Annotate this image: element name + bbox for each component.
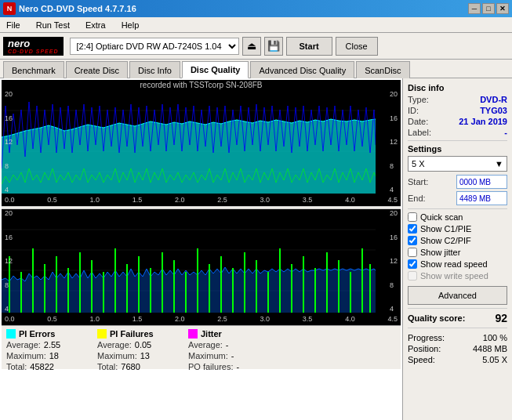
- chart2-y-axis-left: 20 16 12 8 4: [5, 209, 13, 313]
- pi-failures-total-label: Total:: [97, 362, 118, 371]
- menu-file[interactable]: File: [3, 19, 24, 31]
- position-label: Position:: [408, 344, 441, 353]
- end-input[interactable]: [456, 191, 507, 205]
- menu-extra[interactable]: Extra: [82, 19, 109, 31]
- advanced-button[interactable]: Advanced: [408, 286, 507, 305]
- bottom-chart: 20 16 12 8 4 20 16 12 8 4 0.00.51.01.52.…: [2, 209, 401, 325]
- progress-value: 100 %: [483, 333, 507, 342]
- menu-bar: File Run Test Extra Help: [0, 17, 512, 33]
- eject-button[interactable]: ⏏: [242, 37, 261, 56]
- show-read-speed-row: Show read speed: [408, 259, 507, 269]
- quick-scan-row: Quick scan: [408, 212, 507, 222]
- pi-failures-total-value: 7680: [121, 362, 148, 371]
- tab-scan-disc[interactable]: ScanDisc: [356, 61, 409, 78]
- type-value: DVD-R: [480, 95, 507, 104]
- show-c2-row: Show C2/PIF: [408, 236, 507, 245]
- separator3: [408, 308, 507, 309]
- show-write-speed-label: Show write speed: [420, 271, 488, 281]
- top-chart-svg: [2, 90, 376, 194]
- jitter-legend: Jitter Average: - Maximum: - PO failures…: [188, 329, 267, 371]
- jitter-max-value: -: [231, 351, 259, 360]
- show-jitter-label: Show jitter: [420, 248, 460, 257]
- id-row: ID: TYG03: [408, 106, 507, 115]
- start-button[interactable]: Start: [286, 37, 332, 56]
- jitter-max-label: Maximum:: [188, 351, 228, 360]
- separator1: [408, 140, 507, 141]
- pi-errors-color: [6, 329, 16, 339]
- end-label: End:: [408, 194, 426, 203]
- pi-failures-label: PI Failures: [110, 329, 154, 339]
- quick-scan-checkbox[interactable]: [408, 212, 417, 222]
- separator4: [408, 328, 507, 328]
- show-jitter-row: Show jitter: [408, 248, 507, 257]
- speed-value: 5.05 X: [482, 355, 507, 364]
- app-icon: N: [3, 2, 16, 15]
- label-label: Label:: [408, 128, 431, 137]
- jitter-color: [188, 329, 198, 339]
- jitter-avg-value: -: [226, 340, 253, 349]
- quality-score-value: 92: [495, 312, 507, 324]
- quality-score-row: Quality score: 92: [408, 312, 507, 324]
- right-panel: Disc info Type: DVD-R ID: TYG03 Date: 21…: [402, 78, 512, 420]
- start-label: Start:: [408, 177, 428, 186]
- title-bar: N Nero CD-DVD Speed 4.7.7.16 ─ □ ✕: [0, 0, 512, 17]
- type-label: Type:: [408, 95, 429, 104]
- menu-help[interactable]: Help: [118, 19, 143, 31]
- show-write-speed-row: Show write speed: [408, 271, 507, 281]
- progress-label: Progress:: [408, 333, 445, 342]
- close-button[interactable]: ✕: [496, 3, 509, 14]
- legend-panel: PI Errors Average: 2.55 Maximum: 18 Tota…: [2, 325, 401, 369]
- show-c2-label: Show C2/PIF: [420, 236, 471, 245]
- drive-select[interactable]: [2:4] Optiarc DVD RW AD-7240S 1.04: [70, 38, 239, 55]
- pi-errors-label: PI Errors: [19, 329, 55, 339]
- maximize-button[interactable]: □: [482, 3, 495, 14]
- date-label: Date:: [408, 117, 428, 126]
- minimize-button[interactable]: ─: [468, 3, 481, 14]
- tab-benchmark[interactable]: Benchmark: [3, 61, 64, 78]
- pi-failures-avg-label: Average:: [97, 340, 132, 349]
- show-read-speed-checkbox[interactable]: [408, 259, 417, 269]
- show-jitter-checkbox[interactable]: [408, 248, 417, 257]
- top-chart: 20 16 12 8 4 20 16 12 8 4 0.00.51.01.52.…: [2, 90, 401, 206]
- pi-failures-avg-value: 0.05: [135, 340, 162, 349]
- po-failures-label: PO failures:: [188, 362, 233, 371]
- quality-score-label: Quality score:: [408, 313, 465, 323]
- bottom-chart-svg: [2, 209, 376, 313]
- label-value: -: [504, 128, 507, 137]
- tab-create-disc[interactable]: Create Disc: [66, 61, 128, 78]
- jitter-avg-label: Average:: [188, 340, 223, 349]
- settings-value: 5 X: [412, 159, 425, 168]
- settings-dropdown[interactable]: 5 X ▼: [408, 156, 507, 172]
- menu-run-test[interactable]: Run Test: [33, 19, 73, 31]
- show-c2-checkbox[interactable]: [408, 236, 417, 245]
- title-text: Nero CD-DVD Speed 4.7.7.16: [19, 4, 136, 13]
- pi-failures-legend: PI Failures Average: 0.05 Maximum: 13 To…: [97, 329, 176, 371]
- label-row: Label: -: [408, 128, 507, 137]
- position-value: 4488 MB: [473, 344, 507, 353]
- chart1-y-axis-right: 20 16 12 8 4: [390, 90, 398, 194]
- id-value: TYG03: [480, 106, 507, 115]
- show-c1-row: Show C1/PIE: [408, 224, 507, 234]
- tab-advanced-disc-quality[interactable]: Advanced Disc Quality: [250, 61, 354, 78]
- progress-row: Progress: 100 %: [408, 333, 507, 342]
- quick-scan-label: Quick scan: [420, 212, 463, 222]
- date-row: Date: 21 Jan 2019: [408, 117, 507, 126]
- tab-disc-quality[interactable]: Disc Quality: [182, 61, 249, 78]
- tab-disc-info[interactable]: Disc Info: [129, 61, 180, 78]
- end-row: End:: [408, 191, 507, 205]
- close-app-button[interactable]: Close: [336, 37, 378, 56]
- pi-errors-max-value: 18: [49, 351, 77, 360]
- pi-errors-max-label: Maximum:: [6, 351, 46, 360]
- show-c1-label: Show C1/PIE: [420, 224, 471, 234]
- chart-title: recorded with TSSTcorp SN-208FB: [2, 80, 401, 90]
- charts-panel: recorded with TSSTcorp SN-208FB: [0, 78, 402, 420]
- start-row: Start:: [408, 175, 507, 189]
- main-content: recorded with TSSTcorp SN-208FB: [0, 78, 512, 420]
- chart1-x-axis: 0.00.51.01.52.02.53.03.54.04.5: [2, 194, 401, 206]
- show-c1-checkbox[interactable]: [408, 224, 417, 234]
- pi-failures-color: [97, 329, 107, 339]
- chart2-x-axis: 0.00.51.01.52.02.53.03.54.04.5: [2, 313, 401, 325]
- pi-failures-max-label: Maximum:: [97, 351, 137, 360]
- save-button[interactable]: 💾: [264, 37, 283, 56]
- start-input[interactable]: [456, 175, 507, 189]
